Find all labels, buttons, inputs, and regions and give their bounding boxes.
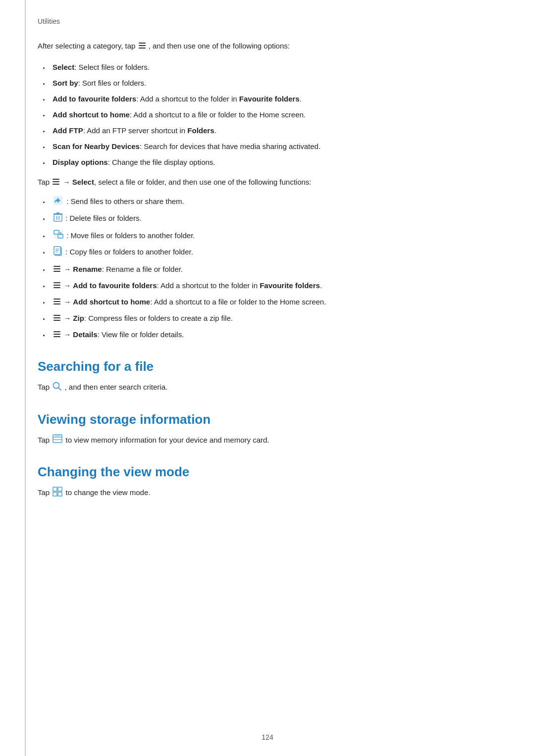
svg-rect-44 <box>58 492 62 496</box>
changing-view-heading: Changing the view mode <box>38 464 497 480</box>
svg-rect-23 <box>54 282 60 283</box>
svg-rect-1 <box>139 45 146 46</box>
list-item-copy: : Copy files or folders to another folde… <box>43 246 497 259</box>
menu-icon <box>139 41 146 52</box>
searching-section: Searching for a file Tap , and then ente… <box>38 359 497 394</box>
page-number: 124 <box>0 733 535 741</box>
intro-paragraph: After selecting a category, tap , and th… <box>38 40 497 52</box>
list-item-add-home: → Add shortcut to home: Add a shortcut t… <box>43 296 497 308</box>
changing-view-tap-after: to change the view mode. <box>66 489 151 497</box>
svg-rect-42 <box>58 487 62 491</box>
page-container: Utilities After selecting a category, ta… <box>0 0 535 756</box>
list-item-rename: → Rename: Rename a file or folder. <box>43 263 497 276</box>
list-item: Scan for Nearby Devices: Search for devi… <box>43 141 497 152</box>
svg-rect-20 <box>54 266 60 267</box>
svg-rect-41 <box>53 487 57 491</box>
menu-icon-details <box>54 329 60 341</box>
svg-rect-25 <box>54 287 60 288</box>
svg-rect-3 <box>53 179 59 180</box>
copy-icon <box>54 246 62 259</box>
searching-heading: Searching for a file <box>38 359 497 374</box>
menu-icon-zip <box>54 313 60 325</box>
list-item: Add to favourite folders: Add a shortcut… <box>43 93 497 105</box>
changing-view-content: Tap to change the view mode. <box>38 487 497 500</box>
options-list: Select: Select files or folders. Sort by… <box>38 61 497 168</box>
grid-icon <box>53 487 62 500</box>
svg-rect-27 <box>54 301 60 302</box>
list-item-share: : Send files to others or share them. <box>43 196 497 208</box>
svg-rect-26 <box>54 299 60 300</box>
svg-rect-31 <box>54 320 60 321</box>
viewing-storage-content: Tap to view memory information for your … <box>38 434 497 447</box>
viewing-storage-heading: Viewing storage information <box>38 412 497 427</box>
svg-rect-4 <box>53 181 59 182</box>
svg-rect-0 <box>139 43 146 44</box>
section-label: Utilities <box>38 17 497 25</box>
searching-content: Tap , and then enter search criteria. <box>38 381 497 394</box>
svg-rect-21 <box>54 268 60 269</box>
share-icon <box>54 196 63 208</box>
list-item: Add FTP: Add an FTP server shortcut in F… <box>43 125 497 137</box>
list-item: Sort by: Sort files or folders. <box>43 77 497 89</box>
tap-select-line: Tap → Select, select a file or folder, a… <box>38 176 497 189</box>
list-item-add-fav: → Add to favourite folders: Add a shortc… <box>43 280 497 292</box>
svg-rect-7 <box>54 214 62 221</box>
svg-rect-43 <box>53 492 57 496</box>
searching-tap-after: , and then enter search criteria. <box>65 383 168 391</box>
svg-rect-9 <box>59 216 60 220</box>
svg-rect-24 <box>54 285 60 286</box>
menu-icon-rename <box>54 264 60 276</box>
list-item: Add shortcut to home: Add a shortcut to … <box>43 109 497 121</box>
viewing-storage-tap-after: to view memory information for your devi… <box>66 436 269 444</box>
svg-rect-33 <box>54 334 60 335</box>
menu-icon-fav <box>54 280 60 292</box>
list-item-delete: : Delete files or folders. <box>43 212 497 226</box>
functions-list: : Send files to others or share them. : … <box>38 196 497 341</box>
menu-icon-home <box>54 297 60 308</box>
svg-rect-11 <box>56 212 59 214</box>
left-border <box>25 0 26 756</box>
svg-line-36 <box>58 388 61 390</box>
changing-view-section: Changing the view mode Tap to change the… <box>38 464 497 500</box>
list-item-details: → Details: View file or folder details. <box>43 329 497 341</box>
svg-rect-30 <box>54 317 60 318</box>
viewing-storage-section: Viewing storage information Tap to view … <box>38 412 497 447</box>
svg-rect-22 <box>54 271 60 272</box>
move-icon <box>54 230 63 242</box>
list-item: Display options: Change the file display… <box>43 156 497 168</box>
trash-icon <box>54 212 62 226</box>
list-item-move: : Move files or folders to another folde… <box>43 230 497 243</box>
intro-text-before: After selecting a category, tap <box>38 42 135 50</box>
storage-icon <box>53 434 62 447</box>
svg-rect-29 <box>54 315 60 316</box>
search-icon <box>53 382 61 394</box>
svg-rect-8 <box>56 216 57 220</box>
svg-rect-32 <box>54 331 60 332</box>
svg-rect-2 <box>139 48 146 49</box>
intro-text-after: , and then use one of the following opti… <box>149 42 290 50</box>
svg-rect-5 <box>53 184 59 185</box>
svg-rect-28 <box>54 303 60 304</box>
menu-icon-2 <box>53 177 59 189</box>
svg-rect-34 <box>54 336 60 337</box>
list-item-zip: → Zip: Compress files or folders to crea… <box>43 312 497 325</box>
list-item: Select: Select files or folders. <box>43 61 497 73</box>
